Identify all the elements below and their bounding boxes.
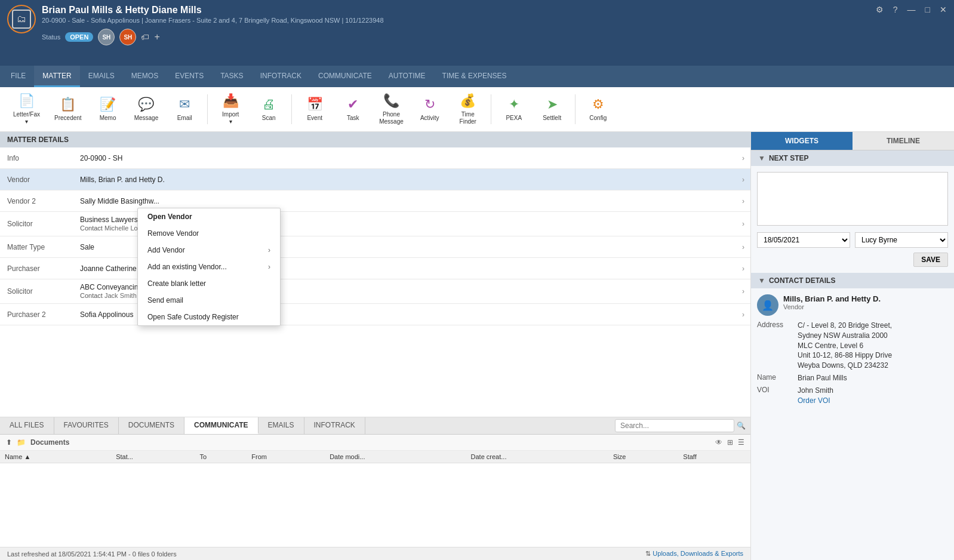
import-button[interactable]: 📥 Import▾ — [213, 91, 248, 127]
close-icon[interactable]: ✕ — [940, 5, 947, 14]
col-staff[interactable]: Staff — [678, 451, 750, 463]
status-badge[interactable]: OPEN — [65, 32, 93, 42]
avatar-initials-2: SH — [124, 34, 132, 41]
pexa-label: PEXA — [506, 115, 522, 122]
next-step-textarea[interactable] — [757, 172, 948, 226]
context-menu-open-safe-custody[interactable]: Open Safe Custody Register — [138, 309, 280, 325]
minimize-icon[interactable]: — — [907, 5, 916, 14]
precedent-button[interactable]: 📋 Precedent — [48, 91, 88, 127]
tab-emails[interactable]: EMAILS — [258, 417, 304, 434]
help-icon[interactable]: ? — [893, 5, 898, 14]
menu-file[interactable]: FILE — [2, 66, 34, 87]
folder-name: Documents — [30, 438, 69, 447]
context-menu-remove-vendor[interactable]: Remove Vendor — [138, 225, 280, 242]
task-button[interactable]: ✔ Task — [335, 91, 371, 127]
tab-communicate[interactable]: COMMUNICATE — [184, 417, 258, 434]
maximize-icon[interactable]: □ — [925, 5, 930, 14]
menu-communicate[interactable]: COMMUNICATE — [310, 66, 380, 87]
matter-row-purchaser2[interactable]: Purchaser 2 Sofia Appolinous › — [0, 304, 750, 325]
matter-row-purchaser[interactable]: Purchaser Joanne Catherine Frase... › — [0, 258, 750, 279]
pexa-button[interactable]: ✦ PEXA — [496, 91, 532, 127]
tab-favourites[interactable]: FAVOURITES — [54, 417, 119, 434]
tab-timeline[interactable]: TIMELINE — [853, 132, 954, 150]
list-view-icon[interactable]: ☰ — [738, 438, 744, 447]
col-status[interactable]: Stat... — [111, 451, 195, 463]
menu-emails[interactable]: EMAILS — [80, 66, 123, 87]
scan-button[interactable]: 🖨 Scan — [251, 91, 287, 127]
matter-row-matter-type[interactable]: Matter Type Sale › — [0, 236, 750, 258]
letter-fax-button[interactable]: 📄 Letter/Fax▾ — [7, 91, 46, 127]
message-button[interactable]: 💬 Message — [128, 91, 165, 127]
open-safe-custody-label: Open Safe Custody Register — [147, 313, 239, 321]
col-date-created[interactable]: Date creat... — [466, 451, 608, 463]
context-menu-add-existing-vendor[interactable]: Add an existing Vendor... › — [138, 259, 280, 275]
menu-autotime[interactable]: AUTOTIME — [380, 66, 434, 87]
col-date-modified[interactable]: Date modi... — [325, 451, 466, 463]
menu-events[interactable]: EVENTS — [167, 66, 212, 87]
matter-row-vendor2[interactable]: Vendor 2 Sally Middle Basingthw... › — [0, 190, 750, 212]
next-step-date-select[interactable]: 18/05/2021 — [757, 232, 850, 248]
matter-row-info[interactable]: Info 20-0900 - SH › — [0, 147, 750, 169]
settings-icon[interactable]: ⚙ — [876, 5, 884, 14]
up-arrow-icon[interactable]: ⬆ — [6, 438, 12, 447]
tab-infotrack[interactable]: INFOTRACK — [304, 417, 365, 434]
bottom-content: Name ▲ Stat... To From Date modi... Date… — [0, 451, 750, 547]
memo-button[interactable]: 📝 Memo — [90, 91, 126, 127]
memo-icon: 📝 — [100, 97, 116, 112]
time-finder-button[interactable]: 💰 TimeFinder — [450, 91, 486, 127]
user-avatar-2[interactable]: SH — [119, 29, 136, 45]
preview-icon[interactable]: 👁 — [715, 438, 722, 447]
save-button[interactable]: SAVE — [913, 253, 948, 267]
tab-all-files[interactable]: ALL FILES — [0, 417, 54, 434]
event-icon: 📅 — [307, 97, 323, 112]
tag-icon[interactable]: 🏷 — [141, 32, 149, 42]
next-step-title: NEXT STEP — [769, 154, 809, 162]
import-label: Import▾ — [222, 111, 239, 125]
row-arrow-vendor: › — [736, 176, 750, 184]
menu-infotrack[interactable]: INFOTRACK — [252, 66, 310, 87]
message-icon: 💬 — [138, 97, 154, 112]
context-menu-create-blank-letter[interactable]: Create blank letter — [138, 275, 280, 292]
remove-vendor-label: Remove Vendor — [147, 229, 199, 238]
next-step-collapse-icon[interactable]: ▼ — [758, 154, 765, 162]
col-name[interactable]: Name ▲ — [0, 451, 111, 463]
search-input[interactable] — [615, 419, 734, 432]
matter-row-solicitor2[interactable]: Solicitor ABC Conveyancing... Contact Ja… — [0, 279, 750, 304]
menu-time-expenses[interactable]: TIME & EXPENSES — [434, 66, 515, 87]
context-menu-send-email[interactable]: Send email — [138, 292, 280, 309]
add-tag-icon[interactable]: + — [154, 32, 159, 42]
event-button[interactable]: 📅 Event — [297, 91, 333, 127]
col-size[interactable]: Size — [608, 451, 678, 463]
row-arrow-purchaser2: › — [736, 310, 750, 319]
uploads-downloads-link[interactable]: Uploads, Downloads & Exports — [653, 550, 743, 557]
email-button[interactable]: ✉ Email — [167, 91, 202, 127]
col-from[interactable]: From — [247, 451, 325, 463]
tab-documents[interactable]: DOCUMENTS — [119, 417, 184, 434]
phone-message-button[interactable]: 📞 PhoneMessage — [373, 91, 410, 127]
contact-role: Vendor — [783, 303, 881, 310]
contact-details-collapse-icon[interactable]: ▼ — [758, 276, 765, 285]
send-email-label: Send email — [147, 296, 183, 304]
context-menu-add-vendor[interactable]: Add Vendor › — [138, 242, 280, 259]
matter-row-solicitor1[interactable]: Solicitor Business Lawyers... Contact Mi… — [0, 212, 750, 236]
time-finder-label: TimeFinder — [460, 111, 476, 125]
grid-view-icon[interactable]: ⊞ — [727, 438, 733, 447]
col-to[interactable]: To — [195, 451, 247, 463]
tab-widgets[interactable]: WIDGETS — [751, 132, 853, 150]
user-avatar-1[interactable]: SH — [98, 29, 115, 45]
menubar: FILE MATTER EMAILS MEMOS EVENTS TASKS IN… — [0, 66, 954, 87]
menu-memos[interactable]: MEMOS — [123, 66, 167, 87]
context-menu-open-vendor[interactable]: Open Vendor — [138, 208, 280, 225]
row-arrow-matter-type: › — [736, 243, 750, 251]
settleit-button[interactable]: ➤ SettleIt — [534, 91, 570, 127]
order-voi-link[interactable]: Order VOI — [798, 396, 830, 405]
precedent-icon: 📋 — [60, 97, 76, 112]
matter-row-vendor[interactable]: Vendor Mills, Brian P. and Hetty D. › Op… — [0, 169, 750, 190]
matter-details-header: MATTER DETAILS — [0, 132, 750, 147]
voi-contact: John Smith — [798, 386, 833, 395]
next-step-assignee-select[interactable]: Lucy Byrne — [855, 232, 948, 248]
config-button[interactable]: ⚙ Config — [580, 91, 616, 127]
menu-matter[interactable]: MATTER — [34, 66, 79, 87]
menu-tasks[interactable]: TASKS — [212, 66, 251, 87]
activity-button[interactable]: ↻ Activity — [412, 91, 448, 127]
